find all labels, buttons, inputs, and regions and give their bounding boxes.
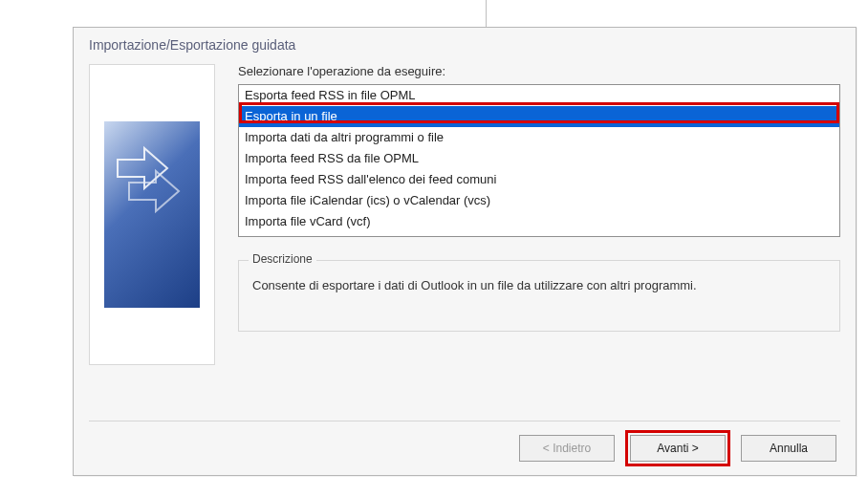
list-item[interactable]: Importa file iCalendar (ics) o vCalendar… [239, 190, 839, 211]
list-item[interactable]: Importa file vCard (vcf) [239, 211, 839, 232]
back-button: < Indietro [519, 435, 615, 462]
import-export-wizard-dialog: Importazione/Esportazione guidata Selezi… [73, 27, 857, 476]
description-label: Descrizione [249, 252, 316, 266]
footer-separator [89, 421, 840, 421]
dialog-title: Importazione/Esportazione guidata [74, 28, 856, 60]
list-item[interactable]: Esporta in un file [239, 106, 839, 127]
description-group: Descrizione Consente di esportare i dati… [238, 260, 840, 332]
list-item[interactable]: Esporta feed RSS in file OPML [239, 85, 839, 106]
list-item[interactable]: Importa dati da altri programmi o file [239, 127, 839, 148]
next-button[interactable]: Avanti > [630, 435, 726, 462]
wizard-illustration-panel [89, 64, 215, 365]
cancel-button[interactable]: Annulla [741, 435, 836, 462]
background-divider [486, 0, 487, 27]
list-item[interactable]: Importa feed RSS da file OPML [239, 148, 839, 169]
operation-prompt-label: Selezionare l'operazione da eseguire: [238, 64, 840, 78]
list-item[interactable]: Importa feed RSS dall'elenco dei feed co… [239, 169, 839, 190]
operation-listbox[interactable]: Esporta feed RSS in file OPML Esporta in… [238, 84, 840, 237]
wizard-button-row: < Indietro Avanti > Annulla [519, 435, 836, 462]
description-text: Consente di esportare i dati di Outlook … [252, 274, 826, 292]
wizard-illustration [104, 121, 200, 308]
